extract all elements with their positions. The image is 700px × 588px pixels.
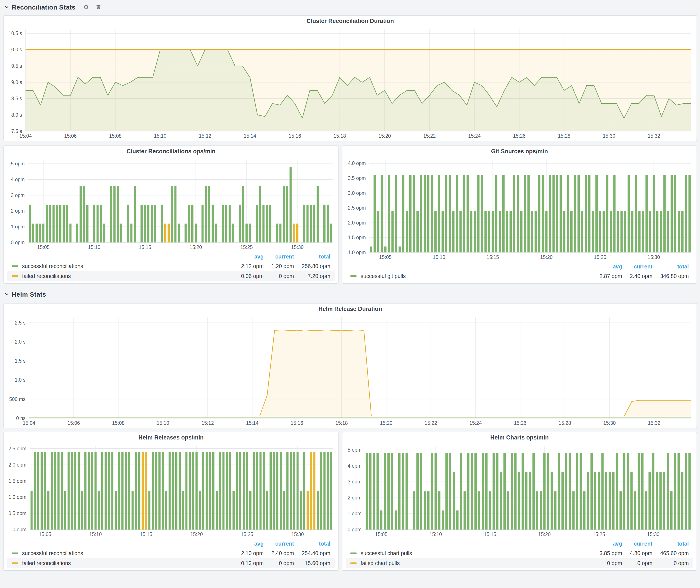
- legend-series-label[interactable]: successful reconciliations: [22, 263, 83, 269]
- svg-text:1.5 s: 1.5 s: [15, 358, 26, 364]
- panel-title[interactable]: Git Sources ops/min: [342, 146, 697, 157]
- svg-text:15:16: 15:16: [291, 420, 303, 426]
- legend-col-avg[interactable]: avg: [583, 541, 622, 547]
- svg-text:5 opm: 5 opm: [11, 161, 25, 166]
- legend-row: failed chart pulls0 opm0 opm0 opm: [346, 558, 693, 568]
- svg-text:1 opm: 1 opm: [11, 224, 25, 229]
- legend-stat-total: 465.60 opm: [652, 550, 689, 556]
- legend-stat-total: 256.80 opm: [294, 263, 330, 269]
- cluster-reconciliations-opm-chart[interactable]: 15:0515:1015:1515:2015:2515:300 opm1 opm…: [4, 157, 338, 252]
- legend-stat-avg: 2.12 opm: [225, 263, 264, 269]
- legend-stat-total: 254.40 opm: [294, 550, 330, 556]
- helm-release-duration-chart[interactable]: 15:0415:0615:0815:1015:1215:1415:1615:18…: [4, 314, 697, 428]
- svg-text:15:12: 15:12: [201, 420, 214, 426]
- svg-text:15:25: 15:25: [240, 244, 253, 250]
- svg-text:15:28: 15:28: [559, 420, 571, 426]
- svg-text:15:05: 15:05: [375, 531, 388, 537]
- svg-text:15:20: 15:20: [538, 531, 551, 537]
- helm-releases-opm-chart[interactable]: 15:0515:1015:1515:2015:2515:300 opm0.5 o…: [4, 443, 338, 539]
- legend-stat-total: 7.20 opm: [294, 273, 330, 279]
- svg-text:15:14: 15:14: [246, 420, 259, 426]
- svg-text:15:20: 15:20: [190, 244, 202, 250]
- svg-text:1.5 opm: 1.5 opm: [8, 478, 26, 484]
- legend-stat-current: 1.20 opm: [264, 263, 294, 269]
- series-dash-icon: [350, 552, 357, 554]
- legend-col-total[interactable]: total: [652, 541, 689, 547]
- panel-title[interactable]: Cluster Reconciliation Duration: [4, 16, 697, 26]
- legend-col-total[interactable]: total: [294, 254, 330, 260]
- svg-text:2.0 opm: 2.0 opm: [348, 220, 366, 226]
- panel-title[interactable]: Helm Release Duration: [4, 304, 697, 314]
- trash-icon[interactable]: [96, 4, 101, 10]
- svg-text:15:20: 15:20: [378, 133, 391, 139]
- svg-text:15:30: 15:30: [603, 133, 615, 139]
- svg-text:2 opm: 2 opm: [11, 208, 25, 214]
- cluster-reconciliation-duration-chart[interactable]: 15:0415:0615:0815:1015:1215:1415:1615:18…: [4, 26, 697, 141]
- legend-col-current[interactable]: current: [622, 264, 652, 270]
- legend-row: failed reconciliations0.13 opm0 opm15.60…: [7, 558, 335, 568]
- legend-stat-current: 2.40 opm: [264, 550, 294, 556]
- panel-helm-charts-opm: Helm Charts ops/min 15:0515:1015:1515:20…: [342, 432, 697, 571]
- svg-text:0 opm: 0 opm: [13, 527, 26, 532]
- svg-text:15:14: 15:14: [244, 133, 256, 139]
- svg-text:15:10: 15:10: [88, 244, 100, 250]
- panel-title[interactable]: Helm Charts ops/min: [342, 432, 697, 443]
- chevron-down-icon[interactable]: [4, 5, 9, 9]
- legend-series-label[interactable]: failed reconciliations: [22, 273, 71, 279]
- legend-col-current[interactable]: current: [264, 541, 294, 547]
- svg-text:15:25: 15:25: [594, 254, 606, 260]
- legend-series-label[interactable]: successful chart pulls: [361, 550, 412, 556]
- gear-icon[interactable]: ⚙: [83, 4, 89, 10]
- svg-text:500 ms: 500 ms: [9, 396, 26, 402]
- legend-series-label[interactable]: successful git pulls: [361, 273, 406, 279]
- legend-row: failed reconciliations0.06 opm0 opm7.20 …: [7, 271, 335, 281]
- legend-series-label[interactable]: failed reconciliations: [22, 560, 71, 566]
- legend-col-total[interactable]: total: [652, 264, 689, 270]
- svg-text:15:18: 15:18: [335, 420, 348, 426]
- section-header-helm-stats[interactable]: Helm Stats: [4, 288, 46, 300]
- svg-text:15:10: 15:10: [154, 133, 166, 139]
- legend-stat-avg: 0 opm: [583, 560, 622, 566]
- legend-stat-current: 0 opm: [264, 273, 294, 279]
- legend-series-label[interactable]: failed chart pulls: [361, 560, 400, 566]
- panel-title[interactable]: Helm Releases ops/min: [4, 432, 338, 443]
- chevron-down-icon[interactable]: [4, 292, 9, 296]
- legend-col-avg[interactable]: avg: [225, 541, 264, 547]
- panel-title[interactable]: Cluster Reconciliations ops/min: [4, 146, 338, 157]
- legend-col-avg[interactable]: avg: [583, 264, 622, 270]
- section-header-reconciliation-stats[interactable]: Reconciliation Stats ⚙: [4, 1, 101, 13]
- svg-text:1 opm: 1 opm: [348, 511, 361, 516]
- legend-col-total[interactable]: total: [294, 541, 330, 547]
- legend-row: successful reconciliations2.12 opm1.20 o…: [7, 261, 335, 271]
- series-dash-icon: [12, 552, 18, 554]
- legend-row: successful git pulls2.87 opm2.40 opm346.…: [346, 271, 693, 281]
- svg-text:5 opm: 5 opm: [348, 447, 361, 453]
- panel-helm-releases-opm: Helm Releases ops/min 15:0515:1015:1515:…: [3, 432, 339, 571]
- helm-charts-opm-chart[interactable]: 15:0515:1015:1515:2015:2515:300 opm1 opm…: [342, 443, 697, 539]
- legend-row: successful reconciliations2.10 opm2.40 o…: [7, 548, 335, 558]
- svg-text:8.5 s: 8.5 s: [11, 96, 22, 101]
- svg-text:9.0 s: 9.0 s: [11, 79, 22, 85]
- svg-text:15:25: 15:25: [241, 531, 253, 537]
- svg-text:10.5 s: 10.5 s: [8, 31, 22, 36]
- legend-col-current[interactable]: current: [622, 541, 652, 547]
- chart-canvas: 15:0515:1015:1515:2015:2515:301.0 opm1.5…: [342, 157, 697, 262]
- svg-text:10.0 s: 10.0 s: [8, 47, 22, 52]
- legend-header-row: avgcurrenttotal: [7, 540, 335, 548]
- svg-text:15:10: 15:10: [157, 420, 169, 426]
- svg-text:15:24: 15:24: [468, 133, 481, 139]
- svg-text:3 opm: 3 opm: [348, 479, 361, 485]
- svg-text:15:28: 15:28: [558, 133, 571, 139]
- legend-col-avg[interactable]: avg: [225, 254, 264, 260]
- svg-text:9.5 s: 9.5 s: [11, 63, 22, 69]
- section-title[interactable]: Helm Stats: [12, 290, 46, 298]
- legend-col-current[interactable]: current: [264, 254, 294, 260]
- svg-text:2.5 s: 2.5 s: [15, 320, 26, 326]
- svg-text:2.0 s: 2.0 s: [15, 339, 26, 345]
- panel-cluster-reconciliations-opm: Cluster Reconciliations ops/min 15:0515:…: [3, 145, 339, 284]
- series-dash-icon: [350, 562, 357, 564]
- section-title[interactable]: Reconciliation Stats: [12, 3, 76, 11]
- git-sources-opm-chart[interactable]: 15:0515:1015:1515:2015:2515:301.0 opm1.5…: [342, 157, 697, 262]
- svg-text:1.5 opm: 1.5 opm: [348, 235, 366, 240]
- legend-series-label[interactable]: successful reconciliations: [22, 550, 83, 556]
